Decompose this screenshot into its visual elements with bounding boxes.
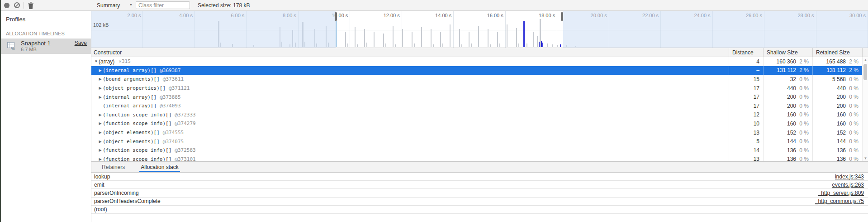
expand-arrow-icon[interactable]: ▶ bbox=[98, 157, 103, 161]
allocation-bar bbox=[414, 43, 415, 47]
stack-frame-row[interactable]: parserOnHeadersComplete_http_common.js:7… bbox=[91, 198, 868, 206]
heap-object-row[interactable]: ▶(function scope info)[]@372583141360 %1… bbox=[91, 146, 862, 155]
retained-size-cell: 2000 % bbox=[812, 92, 862, 101]
record-heap-icon[interactable] bbox=[4, 3, 9, 8]
distance-cell: 13 bbox=[729, 155, 763, 161]
heap-object-row[interactable]: ▶(internal array)[]@369387–131 1122 %131… bbox=[91, 66, 862, 75]
constructor-cell: ▶(function scope info)[]@372333 bbox=[91, 111, 729, 120]
column-divider[interactable] bbox=[729, 48, 729, 57]
distance-cell: 13 bbox=[729, 128, 763, 137]
stack-frame-source-link[interactable]: _http_common.js:75 bbox=[815, 198, 864, 204]
column-header-constructor[interactable]: Constructor bbox=[94, 49, 122, 56]
stack-frame-source-link[interactable]: _http_server.js:809 bbox=[818, 190, 864, 196]
stack-frame-row[interactable]: (root) bbox=[91, 206, 868, 214]
heap-object-row[interactable]: ▶(object properties)[]@371121174400 %440… bbox=[91, 84, 862, 93]
retained-size-percent: 0 % bbox=[846, 147, 862, 154]
shallow-size-cell: 1520 % bbox=[763, 128, 812, 137]
retained-size-percent: 0 % bbox=[846, 111, 862, 118]
selection-handle-left[interactable] bbox=[335, 12, 337, 21]
expand-arrow-icon[interactable]: ▶ bbox=[98, 95, 103, 99]
selection-handle-right[interactable] bbox=[561, 12, 563, 21]
stack-frame-source-link[interactable]: events.js:263 bbox=[832, 182, 864, 188]
stack-frame-source-link[interactable]: index.js:343 bbox=[835, 174, 864, 180]
chevron-down-icon[interactable]: ▼ bbox=[129, 3, 133, 6]
tab-label: Retainers bbox=[102, 164, 125, 170]
unselected-range-overlay-left bbox=[91, 11, 336, 48]
expand-arrow-icon[interactable]: ▶ bbox=[98, 77, 103, 81]
retained-size-percent: 0 % bbox=[846, 130, 862, 136]
profiles-title: Profiles bbox=[6, 16, 25, 23]
stack-frame-row[interactable]: emitevents.js:263 bbox=[91, 181, 868, 189]
retained-size-percent: 0 % bbox=[846, 103, 862, 109]
heap-object-row[interactable]: ▶(bound arguments)[]@37361115320 %5 5680… bbox=[91, 75, 862, 84]
heap-object-row[interactable]: ▶(object elements)[]@374555131520 %1520 … bbox=[91, 128, 862, 137]
retained-size-percent: 0 % bbox=[846, 156, 862, 161]
allocation-bar bbox=[412, 32, 413, 47]
allocation-bar bbox=[395, 44, 396, 47]
retained-size-cell: 165 4882 % bbox=[812, 57, 862, 66]
column-divider[interactable] bbox=[763, 48, 764, 57]
stack-frame-row[interactable]: parserOnIncoming_http_server.js:809 bbox=[91, 189, 868, 197]
retained-size-value: 136 bbox=[813, 147, 846, 154]
sidebar-item-snapshot-1[interactable]: % Snapshot 1 Save 6.7 MB bbox=[0, 39, 91, 54]
instance-count: ×315 bbox=[119, 58, 131, 64]
class-filter-input[interactable] bbox=[136, 1, 190, 9]
heap-class-row[interactable]: ▼(array)×3154160 3602 %165 4882 % bbox=[91, 57, 862, 66]
shallow-size-value: 144 bbox=[764, 138, 796, 145]
tab-retainers[interactable]: Retainers bbox=[102, 162, 125, 172]
column-header-distance[interactable]: Distance bbox=[732, 49, 754, 56]
shallow-size-value: 160 bbox=[764, 121, 796, 127]
shallow-size-percent: 2 % bbox=[796, 67, 812, 73]
heap-object-row[interactable]: ▶(object elements)[]@37407551440 %1440 % bbox=[91, 137, 862, 146]
retained-size-cell: 5 5680 % bbox=[812, 75, 862, 84]
allocation-bar bbox=[440, 32, 441, 47]
distance-cell: 14 bbox=[729, 146, 763, 155]
column-header-retained-size[interactable]: Retained Size bbox=[816, 49, 850, 56]
shallow-size-cell: 2000 % bbox=[763, 92, 812, 101]
constructor-cell: ▶(function scope info)[]@373101 bbox=[91, 155, 729, 161]
allocation-bar bbox=[471, 43, 472, 47]
constructor-cell: ▶(function scope info)[]@372583 bbox=[91, 146, 729, 155]
scrollbar-down-icon[interactable]: ▼ bbox=[863, 156, 868, 160]
expand-arrow-icon[interactable]: ▶ bbox=[98, 121, 103, 125]
heap-object-row[interactable]: ▶(function scope info)[]@373101131360 %1… bbox=[91, 155, 862, 161]
object-id: @373885 bbox=[160, 94, 180, 100]
shallow-size-cell: 1360 % bbox=[763, 146, 812, 155]
collapse-arrow-icon[interactable]: ▼ bbox=[94, 59, 99, 63]
column-header-shallow-size[interactable]: Shallow Size bbox=[767, 49, 798, 56]
shallow-size-cell: 4400 % bbox=[763, 84, 812, 93]
retained-size-percent: 0 % bbox=[846, 85, 862, 92]
retained-size-cell: 1600 % bbox=[812, 111, 862, 120]
timeline-tick-label: 16.00 s bbox=[487, 13, 503, 18]
grid-scrollbar[interactable]: ▲ ▼ bbox=[862, 57, 868, 161]
scrollbar-up-icon[interactable]: ▲ bbox=[863, 58, 868, 62]
allocation-bar bbox=[357, 44, 358, 47]
save-link[interactable]: Save bbox=[75, 40, 87, 46]
heap-object-row[interactable]: (internal array)[]@374093172000 %2000 % bbox=[91, 101, 862, 111]
tab-allocation-stack[interactable]: Allocation stack bbox=[141, 162, 178, 172]
perspective-select[interactable]: Summary bbox=[97, 2, 120, 9]
column-divider[interactable] bbox=[812, 48, 813, 57]
retained-size-percent: 2 % bbox=[846, 58, 862, 65]
clear-profiles-icon[interactable] bbox=[14, 2, 20, 8]
allocation-bar bbox=[547, 43, 548, 47]
retained-size-cell: 1600 % bbox=[812, 119, 862, 128]
stack-frame-row[interactable]: lookupindex.js:343 bbox=[91, 173, 868, 181]
expand-arrow-icon[interactable]: ▶ bbox=[98, 148, 103, 152]
heap-object-row[interactable]: ▶(internal array)[]@373885172000 %2000 % bbox=[91, 92, 862, 101]
delete-profile-icon[interactable] bbox=[28, 2, 34, 9]
expand-arrow-icon[interactable]: ▶ bbox=[98, 140, 103, 144]
expand-arrow-icon[interactable]: ▶ bbox=[98, 113, 103, 117]
allocation-timeline-overview[interactable]: 102 kB 2.00 s4.00 s6.00 s8.00 s10.00 s12… bbox=[91, 11, 868, 48]
shallow-size-value: 32 bbox=[764, 76, 796, 82]
heap-object-row[interactable]: ▶(function scope info)[]@374279101600 %1… bbox=[91, 119, 862, 128]
expand-arrow-icon[interactable]: ▶ bbox=[98, 130, 103, 135]
heap-object-row[interactable]: ▶(function scope info)[]@372333121600 %1… bbox=[91, 111, 862, 120]
scrollbar-thumb[interactable] bbox=[863, 64, 867, 80]
expand-arrow-icon[interactable]: ▶ bbox=[98, 86, 103, 90]
expand-arrow-icon[interactable]: ▶ bbox=[98, 68, 103, 72]
retained-size-value: 440 bbox=[813, 85, 846, 92]
constructor-grid: ▼(array)×3154160 3602 %165 4882 %▶(inter… bbox=[91, 57, 862, 161]
retained-size-value: 131 112 bbox=[813, 67, 846, 73]
constructor-name: (internal array)[] bbox=[103, 94, 157, 100]
